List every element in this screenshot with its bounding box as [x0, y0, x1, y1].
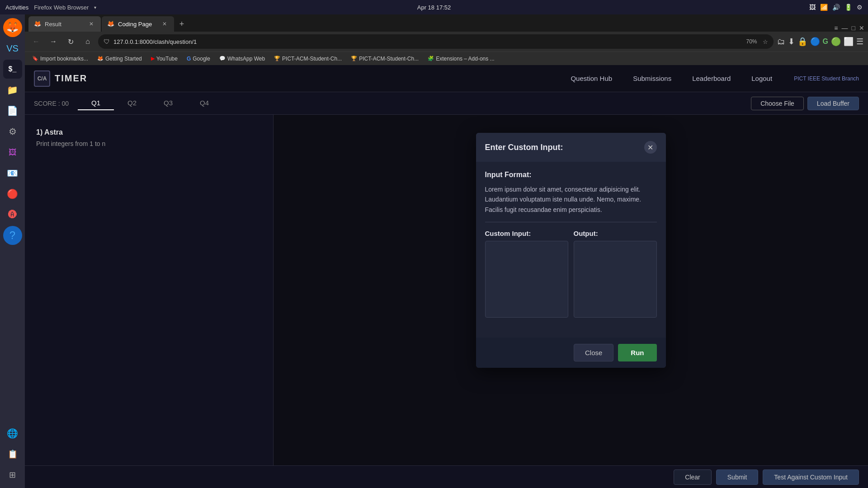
q-tab-2[interactable]: Q2	[114, 96, 150, 110]
sidebar-grid-icon[interactable]: ⊞	[3, 465, 22, 484]
shield-icon: 🛡	[104, 38, 110, 45]
modal-close-button[interactable]: ✕	[644, 141, 657, 154]
bookmark-getting-started[interactable]: 🦊 Getting Started	[94, 55, 146, 63]
reload-button[interactable]: ↻	[64, 35, 77, 48]
tab-list-icon[interactable]: ≡	[834, 24, 838, 32]
modal-body: Input Format: Lorem ipsum dolor sit amet…	[476, 162, 666, 338]
bookmark-pict1[interactable]: 🏆 PICT-ACM-Student-Ch...	[270, 55, 345, 63]
sidebar-settings-icon[interactable]: ⚙	[3, 122, 22, 141]
bookmark-youtube[interactable]: ▶ YouTube	[147, 55, 181, 63]
bookmark-extensions-icon: 🧩	[428, 56, 434, 61]
nav-bar-right: 🗂 ⬇ 🔒 🔵 G 🟢 ⬜ ☰	[777, 37, 863, 47]
tab-result[interactable]: 🦊 Result ✕	[28, 16, 101, 32]
tab-result-close[interactable]: ✕	[87, 20, 95, 28]
sidebar-vscode-icon[interactable]: VS	[3, 39, 22, 58]
bookmark-extensions[interactable]: 🧩 Extensions – Add-ons ...	[424, 55, 498, 63]
submit-button[interactable]: Submit	[716, 469, 759, 485]
bookmark-youtube-icon: ▶	[151, 56, 155, 61]
tab-coding-label: Coding Page	[118, 21, 152, 28]
wifi-icon: 📶	[820, 4, 828, 11]
extension-blue-icon[interactable]: 🔵	[810, 37, 820, 47]
custom-input-label: Custom Input:	[485, 230, 568, 237]
choose-file-button[interactable]: Choose File	[751, 97, 804, 110]
os-top-bar: Activities Firefox Web Browser ▾ Apr 18 …	[0, 0, 868, 14]
sidebar-vpn-icon[interactable]: 🔴	[3, 184, 22, 203]
bookmark-whatsapp-label: WhatsApp Web	[227, 56, 265, 62]
back-button[interactable]: ←	[29, 35, 43, 48]
modal-run-btn[interactable]: Run	[618, 344, 656, 361]
extension-red-icon[interactable]: 🔒	[797, 37, 807, 47]
bookmark-getting-started-label: Getting Started	[105, 56, 142, 62]
sidebar-appstore-icon[interactable]: 🅐	[3, 205, 22, 224]
output-textarea[interactable]	[574, 241, 657, 318]
browser-name: Firefox Web Browser	[34, 4, 89, 11]
new-tab-button[interactable]: +	[175, 16, 189, 32]
sidebar-screenshot-icon[interactable]: 🖼	[3, 143, 22, 162]
question-title: 1) Astra	[36, 128, 262, 136]
browser-dropdown-icon[interactable]: ▾	[94, 5, 96, 10]
menu-icon[interactable]: ☰	[856, 37, 863, 47]
sidebar-files-icon[interactable]: 📁	[3, 80, 22, 99]
app-logo: C/A TIMER	[34, 70, 87, 87]
tab-coding-close[interactable]: ✕	[160, 20, 169, 28]
forward-button[interactable]: →	[47, 35, 60, 48]
score-display: SCORE : 00	[34, 100, 69, 107]
sidebar-document-icon[interactable]: 📄	[3, 101, 22, 120]
minimize-window[interactable]: —	[842, 24, 848, 32]
app-title: TIMER	[55, 73, 87, 84]
url-text: 127.0.0.1:8000/clash/question/1	[113, 38, 741, 45]
download-icon[interactable]: ⬇	[788, 37, 795, 47]
extension-gray-icon[interactable]: ⬜	[844, 37, 854, 47]
test-custom-button[interactable]: Test Against Custom Input	[763, 469, 859, 485]
sidebar-help-icon[interactable]: ?	[3, 226, 22, 245]
bookmark-import[interactable]: 🔖 Import bookmarks...	[28, 55, 92, 63]
sidebar-terminal-icon[interactable]: $_	[3, 60, 22, 79]
bookmark-whatsapp[interactable]: 💬 WhatsApp Web	[216, 55, 269, 63]
clear-button[interactable]: Clear	[674, 469, 711, 485]
custom-input-textarea[interactable]	[485, 241, 568, 318]
sidebar-files2-icon[interactable]: 📋	[3, 445, 22, 464]
extension-green-icon[interactable]: 🟢	[831, 37, 841, 47]
nav-question-hub[interactable]: Question Hub	[567, 73, 616, 84]
nav-submissions[interactable]: Submissions	[629, 73, 675, 84]
modal-close-btn[interactable]: Close	[574, 344, 613, 361]
address-bar[interactable]: 🛡 127.0.0.1:8000/clash/question/1 70% ☆	[98, 34, 774, 49]
tab-coding[interactable]: 🦊 Coding Page ✕	[102, 16, 174, 32]
restore-window[interactable]: □	[852, 24, 855, 32]
sidebar-network-icon[interactable]: 🌐	[3, 424, 22, 443]
modal-title: Enter Custom Input:	[485, 143, 563, 152]
q-tab-4[interactable]: Q4	[186, 96, 222, 110]
close-window[interactable]: ✕	[859, 24, 864, 32]
q-tab-3[interactable]: Q3	[150, 96, 186, 110]
code-editor-area[interactable]: Enter Custom Input: ✕ Input Format: Lore…	[274, 115, 868, 465]
grammarly-icon[interactable]: G	[823, 38, 828, 46]
bookmark-google[interactable]: G Google	[183, 55, 214, 63]
action-buttons: Choose File Load Buffer	[751, 97, 859, 110]
battery-icon: 🔋	[844, 4, 852, 11]
zoom-level: 70%	[745, 38, 759, 46]
tab-result-icon: 🦊	[34, 20, 41, 28]
linux-sidebar: 🦊 VS $_ 📁 📄 ⚙ 🖼 📧 🔴 🅐 ? 🌐 📋 ⊞	[0, 14, 25, 488]
bookmark-pict2[interactable]: 🏆 PICT-ACM-Student-Ch...	[347, 55, 422, 63]
settings-sys-icon[interactable]: ⚙	[857, 4, 863, 11]
brand-logo: PICT IEEE Student Branch	[794, 75, 859, 82]
output-label: Output:	[574, 230, 657, 237]
pocket-icon[interactable]: 🗂	[777, 37, 785, 47]
bookmark-import-icon: 🔖	[32, 56, 38, 61]
home-button[interactable]: ⌂	[81, 35, 94, 48]
bookmark-pict1-icon: 🏆	[274, 56, 280, 61]
load-buffer-button[interactable]: Load Buffer	[807, 97, 859, 110]
tab-bar: 🦊 Result ✕ 🦊 Coding Page ✕ + ≡ — □ ✕	[25, 14, 868, 32]
activities-button[interactable]: Activities	[5, 4, 28, 11]
nav-logout[interactable]: Logout	[748, 73, 776, 84]
nav-leaderboard[interactable]: Leaderboard	[689, 73, 734, 84]
tab-coding-icon: 🦊	[107, 20, 114, 28]
bookmark-import-label: Import bookmarks...	[40, 56, 88, 62]
sidebar-firefox-icon[interactable]: 🦊	[3, 18, 22, 37]
modal-footer: Close Run	[476, 338, 666, 368]
bookmark-star-icon[interactable]: ☆	[763, 38, 768, 45]
q-tab-1[interactable]: Q1	[78, 96, 114, 110]
sidebar-email-icon[interactable]: 📧	[3, 164, 22, 183]
question-description: Print integers from 1 to n	[36, 140, 262, 147]
input-format-text: Lorem ipsum dolor sit amet, consectetur …	[485, 184, 657, 222]
